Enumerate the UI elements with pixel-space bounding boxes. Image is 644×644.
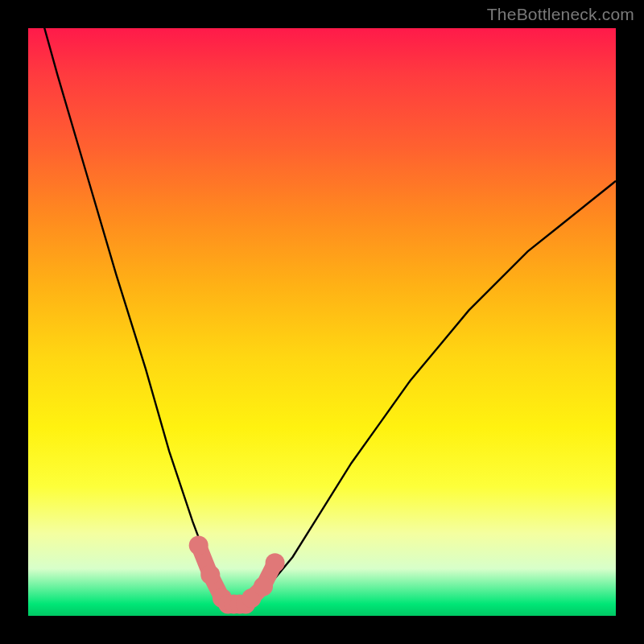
- bottleneck-curve: [28, 28, 616, 604]
- chart-frame: TheBottleneck.com: [0, 0, 644, 644]
- highlighted-point: [266, 553, 285, 572]
- highlighted-point: [189, 535, 208, 555]
- curve-layer: [28, 28, 616, 616]
- highlighted-range-markers: [189, 535, 285, 613]
- highlighted-point: [200, 565, 220, 584]
- plot-area: [28, 28, 616, 616]
- highlighted-point: [254, 577, 273, 597]
- watermark-text: TheBottleneck.com: [487, 5, 634, 24]
